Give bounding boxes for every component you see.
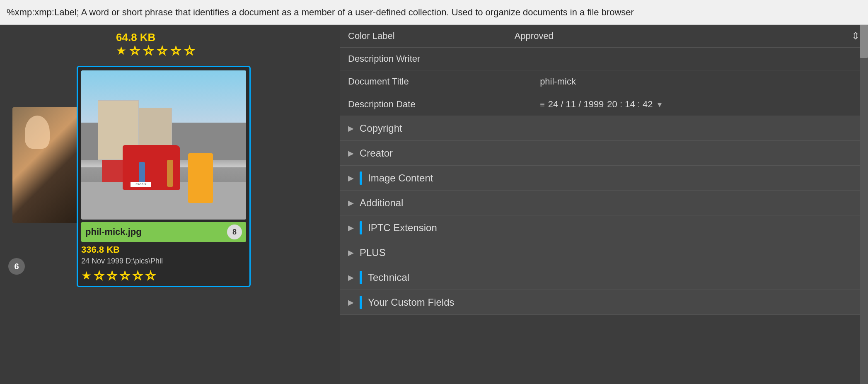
scrollbar-arrows-icon[interactable]: ⇕ <box>851 30 860 42</box>
star-6[interactable]: ☆ <box>184 44 195 58</box>
description-date-row: Description Date ≡ 24 / 11 / 1999 20 : 1… <box>340 93 868 116</box>
color-label-key: Color Label <box>348 31 515 41</box>
main-photo: E403 X <box>81 70 246 220</box>
section-your-custom-fields[interactable]: ▶Your Custom Fields <box>340 290 868 315</box>
filename-bar: phil-mick.jpg 8 <box>81 222 246 242</box>
calendar-icon: ≡ <box>540 100 545 109</box>
card-star-1[interactable]: ★ <box>81 269 92 283</box>
section-additional[interactable]: ▶Additional <box>340 191 868 215</box>
tooltip-bar: %xmp:xmp:Label; A word or short phrase t… <box>0 0 868 25</box>
section-label-copyright: Copyright <box>360 123 402 134</box>
document-title-key: Document Title <box>348 76 540 87</box>
main-photo-container: E403 X <box>81 70 246 220</box>
card-meta: 24 Nov 1999 D:\pics\Phil <box>81 257 246 266</box>
section-iptc-extension[interactable]: ▶IPTC Extension <box>340 215 868 240</box>
section-arrow-iptc-extension: ▶ <box>348 223 354 232</box>
section-indicator-image-content <box>360 171 362 185</box>
sections-container: ▶Copyright▶Creator▶Image Content▶Additio… <box>340 116 868 315</box>
selected-thumbnail-card[interactable]: E403 X phil-mick.jpg 8 336.8 KB 24 Nov 1… <box>77 66 251 287</box>
star-3[interactable]: ☆ <box>143 44 154 58</box>
card-star-3[interactable]: ☆ <box>107 269 117 283</box>
card-stars-row: ★ ☆ ☆ ☆ ☆ ☆ <box>81 269 246 283</box>
tooltip-text: %xmp:xmp:Label; A word or short phrase t… <box>7 7 634 18</box>
section-plus[interactable]: ▶PLUS <box>340 240 868 265</box>
document-title-row: Document Title phil-mick <box>340 70 868 93</box>
badge-6: 6 <box>8 258 25 275</box>
document-title-value[interactable]: phil-mick <box>540 76 860 87</box>
section-arrow-plus: ▶ <box>348 248 354 257</box>
right-panel: Color Label Approved ⇕ Description Write… <box>340 25 868 384</box>
star-2[interactable]: ☆ <box>130 44 140 58</box>
card-star-2[interactable]: ☆ <box>94 269 104 283</box>
section-label-plus: PLUS <box>360 247 386 258</box>
section-arrow-technical: ▶ <box>348 273 354 282</box>
filename-label: phil-mick.jpg <box>85 227 142 237</box>
star-4[interactable]: ☆ <box>157 44 167 58</box>
left-thumb-image <box>12 107 79 223</box>
description-date-value-group: ≡ 24 / 11 / 1999 20 : 14 : 42 ▾ <box>540 99 860 110</box>
section-indicator-technical <box>360 271 362 284</box>
date-value[interactable]: 24 / 11 / 1999 <box>548 99 604 110</box>
star-5[interactable]: ☆ <box>171 44 181 58</box>
section-creator[interactable]: ▶Creator <box>340 141 868 166</box>
right-scrollbar[interactable] <box>860 25 868 384</box>
section-label-your-custom-fields: Your Custom Fields <box>368 297 455 308</box>
section-indicator-iptc-extension <box>360 221 362 234</box>
section-technical[interactable]: ▶Technical <box>340 265 868 290</box>
section-label-image-content: Image Content <box>368 172 433 184</box>
section-label-iptc-extension: IPTC Extension <box>368 222 437 234</box>
section-indicator-your-custom-fields <box>360 296 362 309</box>
section-label-creator: Creator <box>360 147 393 159</box>
scrollbar-thumb[interactable] <box>860 25 868 58</box>
top-file-size: 64.8 KB <box>116 31 155 44</box>
card-star-5[interactable]: ☆ <box>133 269 143 283</box>
section-label-additional: Additional <box>360 197 403 209</box>
section-arrow-additional: ▶ <box>348 198 354 208</box>
section-arrow-copyright: ▶ <box>348 124 354 133</box>
section-image-content[interactable]: ▶Image Content <box>340 166 868 191</box>
section-label-technical: Technical <box>368 272 409 283</box>
panel-divider <box>282 25 340 384</box>
description-date-key: Description Date <box>348 99 540 110</box>
section-arrow-image-content: ▶ <box>348 174 354 183</box>
description-writer-row: Description Writer <box>340 48 868 70</box>
section-copyright[interactable]: ▶Copyright <box>340 116 868 141</box>
top-stars-row: ★ ☆ ☆ ☆ ☆ ☆ <box>116 44 195 58</box>
filename-badge: 8 <box>227 225 242 239</box>
section-arrow-creator: ▶ <box>348 149 354 158</box>
star-1[interactable]: ★ <box>116 44 126 58</box>
section-arrow-your-custom-fields: ▶ <box>348 298 354 307</box>
date-dropdown-icon[interactable]: ▾ <box>658 99 662 109</box>
card-star-6[interactable]: ☆ <box>145 269 156 283</box>
card-star-4[interactable]: ☆ <box>120 269 130 283</box>
left-panel: 64.8 KB ★ ☆ ☆ ☆ ☆ ☆ 6 <box>0 25 282 384</box>
left-thumbnail[interactable] <box>12 107 79 223</box>
time-value[interactable]: 20 : 14 : 42 <box>607 99 653 110</box>
color-label-value: Approved <box>515 31 847 41</box>
color-label-row: Color Label Approved ⇕ <box>340 25 868 48</box>
description-writer-key: Description Writer <box>348 53 540 64</box>
card-filesize: 336.8 KB <box>81 244 246 255</box>
